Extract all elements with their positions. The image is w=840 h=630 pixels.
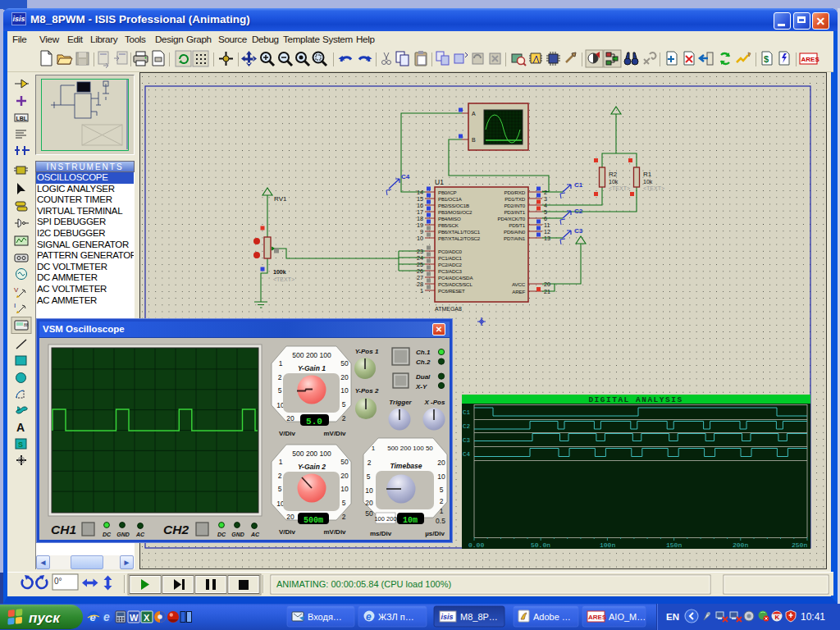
svg-text:M8_8P…: M8_8P… xyxy=(460,612,498,622)
svg-text:ARES: ARES xyxy=(588,614,607,621)
svg-text:PC1/ADC1: PC1/ADC1 xyxy=(438,255,462,261)
svg-text:ATMEGA8: ATMEGA8 xyxy=(435,306,462,312)
svg-text:B: B xyxy=(472,137,476,143)
svg-text:ANIMATING: 00:00:05.84 (CPU lo: ANIMATING: 00:00:05.84 (CPU load 100%) xyxy=(276,579,451,589)
svg-text:5.0: 5.0 xyxy=(306,417,322,427)
svg-text:X -Pos: X -Pos xyxy=(424,399,445,406)
svg-text:X-Y: X-Y xyxy=(415,383,427,390)
svg-text:V/Div: V/Div xyxy=(279,528,296,536)
svg-text:2: 2 xyxy=(342,414,346,422)
svg-text:500m: 500m xyxy=(304,516,323,525)
svg-text:PB0/ICP: PB0/ICP xyxy=(438,189,456,195)
svg-text:10m: 10m xyxy=(403,516,418,525)
svg-text:AREF: AREF xyxy=(512,289,525,294)
svg-text:10: 10 xyxy=(417,235,423,242)
svg-text:V: V xyxy=(14,286,19,294)
svg-text:PC0/ADC0: PC0/ADC0 xyxy=(438,249,462,254)
svg-text:CH2: CH2 xyxy=(163,523,189,536)
svg-text:PD3/INT1: PD3/INT1 xyxy=(504,209,525,215)
svg-text:Ch.2: Ch.2 xyxy=(416,358,431,366)
svg-text:PD7/AIN1: PD7/AIN1 xyxy=(504,235,526,241)
svg-text:200n: 200n xyxy=(733,541,748,549)
svg-text:100n: 100n xyxy=(600,541,615,549)
svg-text:1: 1 xyxy=(279,359,283,368)
svg-text:PC5/ADC5/SCL: PC5/ADC5/SCL xyxy=(438,281,472,287)
svg-text:1: 1 xyxy=(440,507,444,515)
svg-text:500 200 100: 500 200 100 xyxy=(292,351,331,359)
svg-text:1: 1 xyxy=(279,458,283,466)
svg-text:Y-Pos 2: Y-Pos 2 xyxy=(355,387,379,395)
svg-text:1: 1 xyxy=(420,287,423,294)
svg-text:PD0/RXD: PD0/RXD xyxy=(504,189,526,195)
svg-text:250n: 250n xyxy=(792,541,807,549)
svg-text:100k: 100k xyxy=(273,269,286,275)
svg-text:C1: C1 xyxy=(463,409,471,416)
svg-text:PC2/ADC2: PC2/ADC2 xyxy=(438,262,462,267)
svg-text:PC3/ADC3: PC3/ADC3 xyxy=(438,268,462,274)
svg-text:2: 2 xyxy=(440,497,444,505)
svg-text:10: 10 xyxy=(340,386,349,395)
svg-text:AC: AC xyxy=(250,532,260,537)
svg-text:10: 10 xyxy=(340,485,349,493)
svg-text:AIO_M…: AIO_M… xyxy=(609,612,646,622)
svg-text:PB2/SS/OC1B: PB2/SS/OC1B xyxy=(438,203,469,208)
svg-text:10: 10 xyxy=(437,472,445,481)
svg-text:EN: EN xyxy=(666,612,679,622)
svg-text:A: A xyxy=(472,111,476,116)
svg-text:AVCC: AVCC xyxy=(512,281,526,287)
svg-text:Ch.1: Ch.1 xyxy=(416,349,431,356)
svg-text:10:41: 10:41 xyxy=(801,611,825,623)
svg-text:500 200 100 50: 500 200 100 50 xyxy=(387,445,433,452)
svg-text:50: 50 xyxy=(340,359,349,368)
svg-text:2: 2 xyxy=(278,373,282,381)
svg-text:20: 20 xyxy=(286,513,294,521)
svg-text:DIGITAL ANALYSIS: DIGITAL ANALYSIS xyxy=(588,395,682,404)
svg-text:mV/Div: mV/Div xyxy=(323,430,346,437)
svg-text:5: 5 xyxy=(367,472,371,481)
svg-text:5: 5 xyxy=(342,499,346,507)
svg-text:Adobe …: Adobe … xyxy=(533,612,571,622)
svg-text:W: W xyxy=(130,613,139,623)
svg-text:10k: 10k xyxy=(643,179,653,185)
svg-text:20: 20 xyxy=(340,373,349,381)
svg-text:0.00: 0.00 xyxy=(468,541,484,549)
svg-text:CH1: CH1 xyxy=(51,523,76,536)
svg-text:C3: C3 xyxy=(574,227,583,235)
svg-text:0.5: 0.5 xyxy=(436,517,445,525)
svg-text:PD4/XCK/T0: PD4/XCK/T0 xyxy=(498,216,526,221)
svg-text:ЖЗЛ п…: ЖЗЛ п… xyxy=(378,612,414,622)
svg-text:isis: isis xyxy=(441,613,454,621)
svg-text:150n: 150n xyxy=(666,541,682,549)
svg-text:Y-Gain 2: Y-Gain 2 xyxy=(298,463,326,471)
svg-text:<TEXT>: <TEXT> xyxy=(643,185,664,191)
svg-text:PB6/XTAL1/TOSC1: PB6/XTAL1/TOSC1 xyxy=(438,229,481,235)
svg-text:S: S xyxy=(18,441,23,449)
svg-text:µs/Div: µs/Div xyxy=(425,530,445,537)
svg-text:5: 5 xyxy=(278,386,282,395)
svg-text:V/Div: V/Div xyxy=(279,430,296,437)
svg-text:10k: 10k xyxy=(609,179,619,185)
svg-text:5: 5 xyxy=(342,400,346,409)
svg-text:2: 2 xyxy=(342,513,346,521)
svg-text:PD5/T1: PD5/T1 xyxy=(509,222,526,228)
svg-text:C4: C4 xyxy=(463,451,471,458)
svg-text:RV1: RV1 xyxy=(274,195,287,203)
svg-text:$: $ xyxy=(764,54,769,64)
svg-text:PD6/AIN0: PD6/AIN0 xyxy=(504,229,526,235)
svg-text:C4: C4 xyxy=(401,173,410,180)
svg-text:DC: DC xyxy=(103,532,112,537)
svg-text:Входя…: Входя… xyxy=(308,612,342,622)
svg-text:AC: AC xyxy=(135,532,145,537)
svg-text:2: 2 xyxy=(368,459,372,467)
svg-text:PC6/RESET: PC6/RESET xyxy=(438,288,465,294)
svg-text:Y-Pos 1: Y-Pos 1 xyxy=(355,348,379,355)
svg-text:13: 13 xyxy=(544,235,550,242)
svg-text:ARES: ARES xyxy=(801,56,820,63)
svg-text:21: 21 xyxy=(544,288,550,295)
svg-text:20: 20 xyxy=(544,281,550,288)
svg-text:Y-Gain 1: Y-Gain 1 xyxy=(298,364,326,372)
svg-text:C2: C2 xyxy=(463,423,470,430)
svg-text:PD1/TXD: PD1/TXD xyxy=(504,196,525,202)
svg-text:ms/Div: ms/Div xyxy=(370,530,392,537)
svg-text:e: e xyxy=(90,611,96,623)
